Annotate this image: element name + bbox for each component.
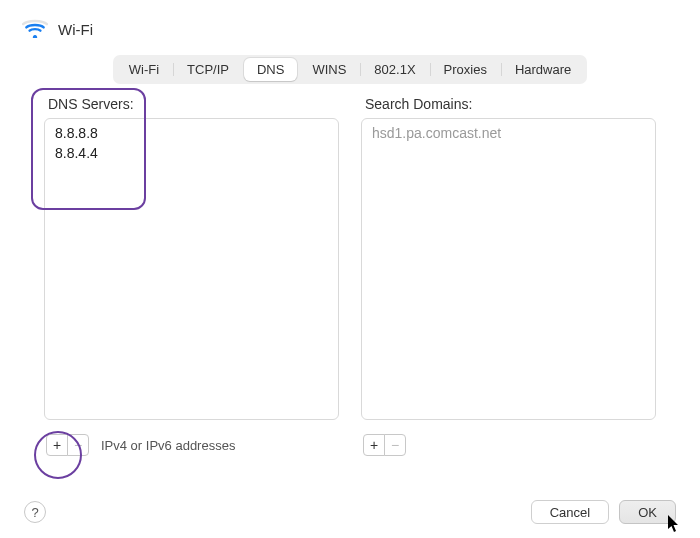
search-domains-label: Search Domains: <box>365 96 656 112</box>
search-add-button[interactable]: + <box>363 434 385 456</box>
wifi-icon <box>22 18 48 41</box>
dns-servers-list[interactable]: 8.8.8.8 8.8.4.4 <box>44 118 339 420</box>
tab-dns[interactable]: DNS <box>244 58 297 81</box>
tab-bar: Wi-Fi TCP/IP DNS WINS 802.1X Proxies Har… <box>113 55 588 84</box>
list-item[interactable]: hsd1.pa.comcast.net <box>372 123 645 143</box>
dns-hint: IPv4 or IPv6 addresses <box>101 438 235 453</box>
help-button[interactable]: ? <box>24 501 46 523</box>
ok-button[interactable]: OK <box>619 500 676 524</box>
tab-tcpip[interactable]: TCP/IP <box>174 58 242 81</box>
tab-wifi[interactable]: Wi-Fi <box>116 58 172 81</box>
tab-proxies[interactable]: Proxies <box>431 58 500 81</box>
tab-hardware[interactable]: Hardware <box>502 58 584 81</box>
page-title: Wi-Fi <box>58 21 93 38</box>
cancel-button[interactable]: Cancel <box>531 500 609 524</box>
search-domains-list[interactable]: hsd1.pa.comcast.net <box>361 118 656 420</box>
tab-8021x[interactable]: 802.1X <box>361 58 428 81</box>
dns-servers-label: DNS Servers: <box>48 96 339 112</box>
list-item[interactable]: 8.8.8.8 <box>55 123 328 143</box>
dns-remove-button[interactable]: − <box>67 434 89 456</box>
list-item[interactable]: 8.8.4.4 <box>55 143 328 163</box>
tab-wins[interactable]: WINS <box>299 58 359 81</box>
dns-add-button[interactable]: + <box>46 434 68 456</box>
search-remove-button[interactable]: − <box>384 434 406 456</box>
